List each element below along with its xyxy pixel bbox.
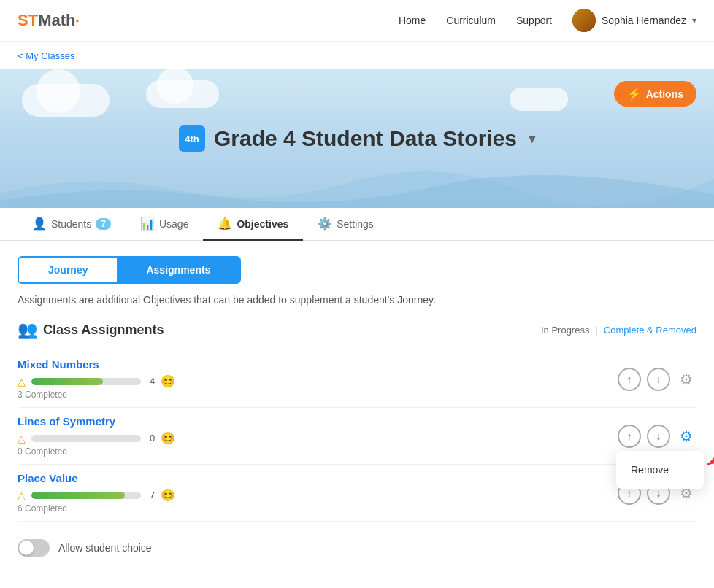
student-count-1: 4 xyxy=(150,376,155,387)
class-icon: 👥 xyxy=(18,320,37,339)
tab-objectives-label: Objectives xyxy=(237,218,288,230)
logo-st: ST xyxy=(18,11,38,30)
allow-student-choice-toggle[interactable] xyxy=(18,539,50,557)
filter-divider: | xyxy=(595,325,597,336)
assignment-actions-2: ↑ ↓ ⚙ Remove xyxy=(618,425,696,448)
student-avatar-3: 😊 xyxy=(161,488,175,502)
section-filters: In Progress | Complete & Removed xyxy=(541,325,696,336)
section-title: 👥 Class Assignments xyxy=(18,320,164,339)
chevron-down-icon: ▾ xyxy=(692,15,696,26)
assignment-name-lines-of-symmetry[interactable]: Lines of Symmetry xyxy=(18,415,115,428)
move-down-button-2[interactable]: ↓ xyxy=(647,425,670,448)
students-icon: 👤 xyxy=(32,217,47,231)
actions-icon: ⚡ xyxy=(627,87,642,101)
sub-tabs: Journey Assignments xyxy=(18,256,241,284)
progress-bar-fill-1 xyxy=(31,378,103,385)
objectives-icon: 🔔 xyxy=(218,217,232,231)
tab-students-label: Students xyxy=(51,218,91,230)
assignment-info-lines-of-symmetry: Lines of Symmetry △ 0 😊 0 Completed xyxy=(18,415,618,457)
tabs-bar: 👤 Students 7 📊 Usage 🔔 Objectives ⚙️ Set… xyxy=(0,208,714,241)
usage-icon: 📊 xyxy=(140,217,155,231)
actions-button[interactable]: ⚡ Actions xyxy=(614,81,696,107)
assignment-name-place-value[interactable]: Place Value xyxy=(18,472,78,484)
journey-label: Journey xyxy=(48,264,88,276)
settings-icon: ⚙️ xyxy=(318,217,332,231)
assignment-info-mixed-numbers: Mixed Numbers △ 4 😊 3 Completed xyxy=(18,358,618,400)
grade-badge: 4th xyxy=(179,125,205,152)
user-menu[interactable]: Sophia Hernandez ▾ xyxy=(572,9,696,32)
cloud-2 xyxy=(146,80,219,108)
assignment-actions-1: ↑ ↓ ⚙ xyxy=(618,368,696,391)
toggle-row: Allow student choice xyxy=(18,539,696,557)
progress-bar-fill-3 xyxy=(31,492,125,499)
triangle-icon-1: △ xyxy=(18,376,26,387)
progress-bar-bg-2 xyxy=(31,435,141,442)
completed-label-2: 0 Completed xyxy=(18,446,618,457)
tab-students[interactable]: 👤 Students 7 xyxy=(18,208,126,241)
move-down-button-1[interactable]: ↓ xyxy=(647,368,670,391)
table-row: Mixed Numbers △ 4 😊 3 Completed ↑ ↓ ⚙ xyxy=(18,351,696,408)
move-up-button-1[interactable]: ↑ xyxy=(618,368,641,391)
nav-home[interactable]: Home xyxy=(399,15,426,26)
assignment-name-mixed-numbers[interactable]: Mixed Numbers xyxy=(18,358,99,371)
students-count: 7 xyxy=(96,218,111,230)
section-title-text: Class Assignments xyxy=(43,322,164,338)
progress-bar-bg-1 xyxy=(31,378,141,385)
filter-in-progress: In Progress xyxy=(541,325,589,336)
logo: ST Math ● xyxy=(18,11,79,30)
progress-row-place-value: △ 7 😊 xyxy=(18,488,618,502)
nav-curriculum[interactable]: Curriculum xyxy=(446,15,496,26)
actions-label: Actions xyxy=(646,88,683,100)
progress-row-mixed-numbers: △ 4 😊 xyxy=(18,374,618,388)
section-header: 👥 Class Assignments In Progress | Comple… xyxy=(18,320,696,339)
cloud-3 xyxy=(510,88,568,111)
student-count-2: 0 xyxy=(150,433,155,444)
sub-tab-assignments[interactable]: Assignments xyxy=(117,258,239,282)
progress-row-lines-of-symmetry: △ 0 😊 xyxy=(18,431,618,445)
logo-math: Math xyxy=(38,11,75,30)
table-row: Place Value △ 7 😊 6 Completed ↑ ↓ ⚙ xyxy=(18,465,696,522)
arrow-annotation xyxy=(682,417,714,479)
hero-waves xyxy=(0,164,714,208)
triangle-icon-2: △ xyxy=(18,433,26,444)
assignment-info-place-value: Place Value △ 7 😊 6 Completed xyxy=(18,472,618,514)
nav-support[interactable]: Support xyxy=(516,15,552,26)
student-avatar-1: 😊 xyxy=(161,374,175,388)
header: ST Math ● Home Curriculum Support Sophia… xyxy=(0,0,714,42)
description-text: Assignments are additional Objectives th… xyxy=(18,294,696,306)
table-row: Lines of Symmetry △ 0 😊 0 Completed ↑ ↓ … xyxy=(18,408,696,465)
progress-bar-bg-3 xyxy=(31,492,141,499)
user-name: Sophia Hernandez xyxy=(602,15,686,26)
toggle-knob xyxy=(19,541,34,555)
breadcrumb-link[interactable]: < My Classes xyxy=(18,50,74,61)
breadcrumb: < My Classes xyxy=(0,42,714,69)
arrow-svg xyxy=(682,417,714,476)
student-count-3: 7 xyxy=(150,490,155,500)
triangle-icon-3: △ xyxy=(18,490,26,501)
completed-label-3: 6 Completed xyxy=(18,503,618,514)
class-title: Grade 4 Student Data Stories xyxy=(214,126,517,151)
tab-objectives[interactable]: 🔔 Objectives xyxy=(203,208,303,241)
hero-banner: 4th Grade 4 Student Data Stories ▾ ⚡ Act… xyxy=(0,69,714,208)
gear-button-1[interactable]: ⚙ xyxy=(676,369,696,390)
sub-tab-journey[interactable]: Journey xyxy=(19,258,117,282)
tab-settings-label: Settings xyxy=(337,218,374,230)
hero-title: 4th Grade 4 Student Data Stories ▾ xyxy=(179,125,535,152)
toggle-label: Allow student choice xyxy=(58,542,152,554)
cloud-1 xyxy=(22,84,110,117)
nav: Home Curriculum Support Sophia Hernandez… xyxy=(399,9,696,32)
completed-label-1: 3 Completed xyxy=(18,390,618,400)
student-avatar-2: 😊 xyxy=(161,431,175,445)
tab-usage[interactable]: 📊 Usage xyxy=(126,208,203,241)
title-chevron-icon[interactable]: ▾ xyxy=(529,131,535,147)
assignments-label: Assignments xyxy=(146,264,210,276)
tab-settings[interactable]: ⚙️ Settings xyxy=(303,208,388,241)
filter-complete[interactable]: Complete & Removed xyxy=(604,325,696,336)
move-up-button-2[interactable]: ↑ xyxy=(618,425,641,448)
tab-usage-label: Usage xyxy=(159,218,188,230)
content-area: 👥 Class Assignments In Progress | Comple… xyxy=(0,320,714,574)
avatar xyxy=(572,9,596,32)
